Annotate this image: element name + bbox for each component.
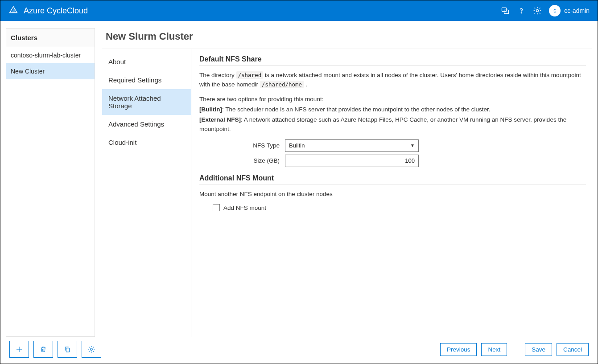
add-nfs-mount-row[interactable]: Add NFS mount [213, 204, 586, 211]
form-area: Default NFS Share The directory /shared … [191, 49, 592, 337]
bottom-bar: Previous Next Save Cancel [0, 335, 598, 364]
nfs-type-select[interactable]: Builtin ▼ [285, 139, 419, 152]
add-button[interactable] [9, 341, 29, 358]
section-default-nfs: Default NFS Share [199, 55, 586, 65]
add-nfs-label: Add NFS mount [223, 204, 266, 211]
tab-required-settings[interactable]: Required Settings [102, 71, 191, 89]
svg-rect-4 [66, 348, 69, 352]
additional-desc: Mount another NFS endpoint on the cluste… [199, 190, 586, 199]
avatar: c [549, 5, 561, 16]
add-nfs-checkbox[interactable] [213, 204, 220, 211]
tab-network-attached-storage[interactable]: Network Attached Storage [102, 89, 191, 115]
nfs-desc-1: The directory /shared is a network attac… [199, 71, 586, 90]
tab-cloud-init[interactable]: Cloud-init [102, 133, 191, 151]
nfs-type-value: Builtin [289, 142, 305, 149]
brand[interactable]: Azure CycleCloud [8, 5, 88, 17]
sidebar-item-new-cluster[interactable]: New Cluster [6, 63, 95, 79]
nfs-desc-2: There are two options for providing this… [199, 95, 586, 104]
chevron-down-icon: ▼ [410, 143, 415, 148]
next-button[interactable]: Next [481, 343, 507, 356]
app-title: Azure CycleCloud [24, 6, 88, 16]
wizard-nav: About Required Settings Network Attached… [102, 49, 191, 337]
help-icon[interactable] [513, 3, 529, 19]
svg-point-5 [91, 348, 93, 351]
feedback-icon[interactable] [497, 3, 513, 19]
azure-logo-icon [8, 5, 18, 17]
main: Clusters contoso-slurm-lab-cluster New C… [0, 21, 598, 337]
cancel-button[interactable]: Cancel [557, 343, 589, 356]
nfs-type-label: NFS Type [226, 142, 280, 149]
sidebar-item-contoso[interactable]: contoso-slurm-lab-cluster [6, 47, 95, 63]
tab-about[interactable]: About [102, 53, 191, 71]
section-additional-nfs: Additional NFS Mount [199, 174, 586, 184]
nfs-builtin-line: [Builtin]: The scheduler node is an NFS … [199, 105, 586, 115]
size-label: Size (GB) [226, 157, 280, 164]
sidebar-header: Clusters [6, 29, 95, 47]
path-shared-home: /shared/home [260, 81, 304, 88]
settings-icon[interactable] [529, 3, 545, 19]
topbar: Azure CycleCloud c cc-admin [0, 0, 598, 21]
tab-advanced-settings[interactable]: Advanced Settings [102, 115, 191, 133]
user-menu[interactable]: c cc-admin [549, 5, 590, 16]
nfs-external-line: [External NFS]: A network attached stora… [199, 115, 586, 134]
content: New Slurm Cluster About Required Setting… [102, 28, 592, 337]
user-label: cc-admin [564, 7, 590, 14]
copy-button[interactable] [58, 341, 77, 358]
previous-button[interactable]: Previous [440, 343, 477, 356]
page-title: New Slurm Cluster [102, 28, 592, 49]
size-input[interactable] [285, 155, 419, 167]
delete-button[interactable] [33, 341, 53, 358]
path-shared: /shared [236, 71, 264, 79]
sidebar: Clusters contoso-slurm-lab-cluster New C… [6, 28, 95, 337]
settings-button[interactable] [82, 341, 101, 358]
svg-point-2 [521, 12, 522, 13]
svg-point-3 [536, 10, 539, 12]
save-button[interactable]: Save [525, 343, 552, 356]
